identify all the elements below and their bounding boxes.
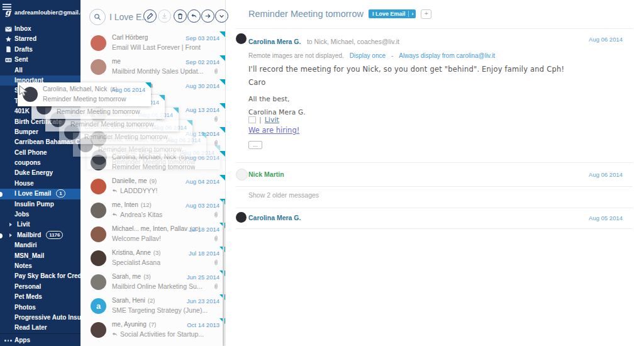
delete-button[interactable]: [174, 9, 187, 23]
expand-icon[interactable]: [9, 233, 12, 237]
apps-button[interactable]: Apps: [0, 333, 80, 346]
list-item[interactable]: Michael... me, Inten, Pallav(20) Jul 18 …: [80, 223, 225, 247]
show-quoted-text-button[interactable]: ...: [248, 141, 262, 149]
list-item[interactable]: me, Ayuning(7) Oct 14 2013 Social Activi…: [80, 318, 225, 342]
sidebar-item-house[interactable]: House: [0, 179, 80, 189]
sidebar-item-pay-sky-back[interactable]: Pay Sky Back for Credit Card: [0, 271, 80, 281]
list-item[interactable]: Sarah, me(3) Jun 25 2014 Mailbird Online…: [80, 271, 225, 294]
sidebar-item-read-later[interactable]: Read Later: [0, 323, 80, 333]
row-count: (2): [148, 297, 155, 304]
sidebar-item-mailbird[interactable]: Mailbird 1176: [0, 230, 80, 240]
signature-line: All the best,: [248, 95, 290, 103]
always-display-link[interactable]: Always display from carolina@liv.it: [399, 52, 495, 59]
message-list-column: I Love E...: [80, 0, 226, 346]
add-tag-button[interactable]: +: [421, 9, 431, 19]
avatar: [91, 203, 106, 218]
message-rows: Carl Hörberg Sep 03 2014 Email Will Last…: [80, 31, 225, 346]
row-date: Oct 14 2013: [187, 321, 219, 328]
attachment-icon: [214, 235, 218, 242]
sidebar-item-sent[interactable]: Sent: [0, 55, 80, 65]
row-count: (9): [150, 177, 157, 184]
sidebar-item-pet-meds[interactable]: Pet Meds: [0, 292, 80, 302]
sidebar-item-jobs[interactable]: Jobs: [0, 209, 80, 220]
message-body-line: Caro: [248, 78, 265, 87]
list-item[interactable]: Carl Hörberg Sep 03 2014 Email Will Last…: [80, 31, 225, 55]
sidebar-item-coupons[interactable]: coupons: [0, 158, 80, 168]
sidebar-item-personal[interactable]: Personal: [0, 282, 80, 292]
expand-icon[interactable]: [9, 223, 12, 226]
avatar: [91, 35, 106, 51]
list-toolbar: I Love E...: [80, 8, 225, 26]
sidebar-item-notes[interactable]: Notes: [0, 261, 80, 271]
drag-subject: Reminder Meeting tomorrow: [112, 158, 195, 165]
remote-images-notice: Remote images are not displayed.: [248, 52, 344, 59]
reading-pane: Reminder Meeting tomorrow I Love Email› …: [226, 0, 644, 346]
sidebar-item-starred[interactable]: Starred: [0, 34, 80, 44]
mailbird-window: g andreamloubier@gmail.com Inbox Starred…: [0, 0, 644, 346]
drag-subject: Reminder Meeting tomorrow: [70, 120, 153, 128]
unread-corner-icon: [219, 127, 225, 133]
list-item[interactable]: me, Inten(12) Aug 03 2014 Andrea's Kitas: [80, 199, 225, 223]
hiring-link[interactable]: We are hiring!: [248, 126, 299, 135]
drag-date: Aug 06 2014: [111, 86, 145, 93]
row-subject: LADDDYYY!: [120, 187, 158, 194]
avatar: a: [91, 298, 106, 314]
message-recipients: to Nick, Michael, coaches@liv.it: [307, 38, 399, 45]
message-sender[interactable]: Carolina Mera G.: [248, 38, 301, 45]
sidebar-item-mandiri[interactable]: Mandiri: [0, 240, 80, 250]
livit-link[interactable]: Livit: [265, 116, 279, 124]
sidebar-item-duke-energy[interactable]: Duke Energy: [0, 168, 80, 178]
unread-corner-icon: [173, 108, 179, 113]
chevron-down-icon: [218, 13, 225, 20]
display-once-link[interactable]: Display once: [350, 52, 386, 59]
list-item[interactable]: Kristina, Anne(3) Jul 18 2014 Specialist…: [80, 247, 225, 271]
archive-button[interactable]: [158, 9, 171, 23]
sidebar-item-insulin-pump[interactable]: Insulin Pump: [0, 199, 80, 209]
row-sender: Sarah, me: [112, 273, 141, 280]
sidebar-item-livit[interactable]: Livit: [0, 220, 80, 230]
more-actions-button[interactable]: [215, 9, 228, 23]
row-count: (3): [143, 273, 151, 280]
account-row[interactable]: g andreamloubier@gmail.com: [5, 8, 80, 16]
row-sender: Sarah, Heni: [112, 297, 145, 304]
unread-dot: [0, 233, 3, 238]
apps-label: Apps: [14, 337, 30, 343]
sidebar-item-all[interactable]: All: [0, 65, 80, 75]
folder-list: Inbox Starred Drafts Sent All Important …: [0, 24, 80, 333]
message-sender: Carolina Mera G.: [248, 214, 301, 221]
sidebar-item-photos[interactable]: Photos: [0, 303, 80, 313]
drag-subject: Reminder Meeting tomorrow: [57, 108, 140, 115]
row-subject: Social Activities for Startup...: [120, 330, 204, 338]
sidebar-item-drafts[interactable]: Drafts: [0, 45, 80, 55]
list-scrollbar[interactable]: [223, 200, 225, 346]
search-button[interactable]: [89, 9, 106, 25]
row-subject: Specialist Asana: [112, 259, 160, 266]
forward-button[interactable]: [201, 9, 214, 23]
sidebar-item-cell-phone[interactable]: Cell Phone: [0, 148, 80, 158]
unread-corner-icon: [219, 79, 225, 85]
row-subject: Andrea's Kitas: [120, 211, 162, 218]
message-date: Aug 06 2014: [589, 36, 623, 43]
unread-corner-icon: [145, 82, 151, 88]
search-icon: [94, 13, 101, 21]
reply-button[interactable]: [187, 9, 201, 23]
row-count: (3): [153, 249, 161, 256]
compose-button[interactable]: [143, 9, 157, 23]
tag-pill[interactable]: I Love Email›: [369, 9, 416, 18]
list-item[interactable]: a Sarah, Heni(2) Jun 23 2014 SME Targeti…: [80, 294, 225, 318]
list-item[interactable]: Danielle, me(9) Aug 04 2014 LADDDYYY!: [80, 175, 225, 199]
unread-corner-icon: [214, 145, 220, 151]
show-older-messages-link[interactable]: Show 2 older messages: [248, 191, 319, 199]
row-date: Jul 18 2014: [189, 226, 219, 233]
row-sender: Danielle, me: [112, 177, 147, 184]
sidebar-item-msn-mail[interactable]: MSN_Mail: [0, 251, 80, 261]
message-subject-title: Reminder Meeting tomorrow: [248, 9, 364, 19]
avatar: [91, 322, 106, 338]
row-sender: Carl Hörberg: [112, 34, 148, 41]
list-item[interactable]: me Sep 02 2014 Mailbird Monthly Sales Up…: [80, 55, 225, 79]
sidebar-item-i-love-email[interactable]: I Love Email 1: [0, 189, 80, 199]
sidebar-item-progressive-auto-insurance[interactable]: Progressive Auto Insurance: [0, 313, 80, 323]
row-count: (7): [149, 321, 157, 328]
avatar: [236, 33, 247, 44]
sidebar-item-inbox[interactable]: Inbox: [0, 24, 80, 34]
